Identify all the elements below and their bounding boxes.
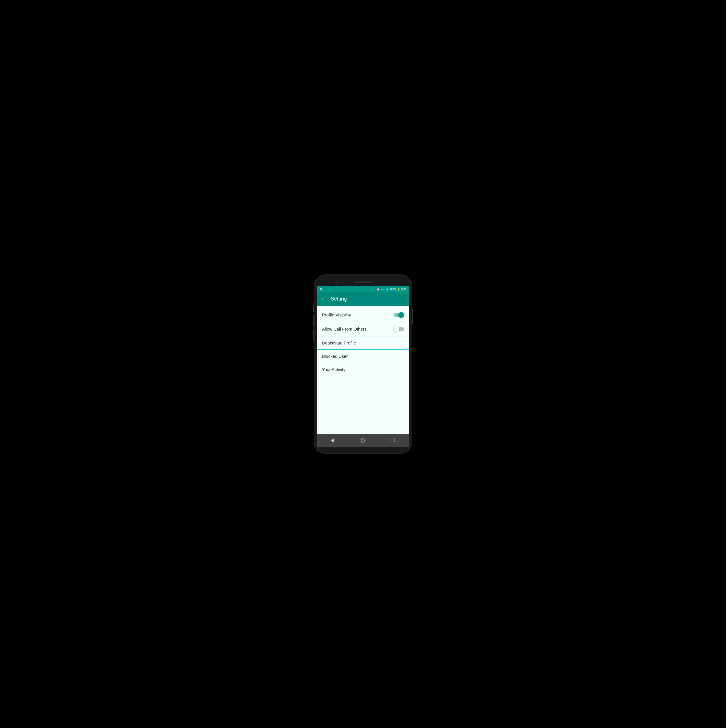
camera-dot [335,281,337,283]
status-right-icons: ⏰ ▾ ↑↓ ▲ 100% 🔋 5:09 [377,288,406,291]
phone-device: ⏰ ▾ ↑↓ ▲ 100% 🔋 5:09 ← Setting Profile V… [314,274,412,454]
phone-screen: ⏰ ▾ ↑↓ ▲ 100% 🔋 5:09 ← Setting Profile V… [317,286,409,447]
toggle-thumb-off [394,326,400,332]
settings-list: Profile Visibility Allow Call From Other… [317,306,409,378]
allow-call-label: Allow Call From Others [322,327,366,332]
nav-back-button[interactable] [329,436,336,445]
settings-item-your-activity[interactable]: Your Activity [317,363,409,376]
settings-item-blocked-user[interactable]: Blocked User [317,350,409,363]
settings-item-deactivate[interactable]: Deactivate Profile [317,336,409,350]
your-activity-label: Your Activity [322,367,345,372]
battery-percent: 100% [390,288,396,291]
signal-icon: ↑↓ [383,288,386,291]
bottom-nav [317,434,409,447]
nav-home-button[interactable] [358,436,367,445]
clock: 5:09 [401,288,406,291]
deactivate-label: Deactivate Profile [322,340,356,345]
signal-bars-icon: ▲ [386,288,389,291]
settings-item-allow-call[interactable]: Allow Call From Others [317,322,409,336]
alarm-icon: ⏰ [377,288,380,291]
home-circle-icon [361,439,365,442]
back-button[interactable]: ← [321,296,326,302]
notification-dot [320,288,322,291]
app-bar-title: Setting [331,296,347,302]
power-button [412,309,413,324]
profile-visibility-label: Profile Visibility [322,312,351,317]
nav-recents-button[interactable] [389,436,397,445]
recents-square-icon [392,439,395,442]
volume-down-button [313,329,314,341]
status-left-icons [320,288,322,291]
settings-content: Profile Visibility Allow Call From Other… [317,306,409,434]
back-triangle-icon [331,439,334,442]
volume-silent-button [313,303,314,312]
blocked-user-label: Blocked User [322,354,348,359]
battery-icon: 🔋 [397,288,400,291]
phone-top-bar [317,278,409,286]
app-bar: ← Setting [317,292,409,306]
toggle-thumb-on [398,312,404,318]
volume-up-button [313,315,314,327]
wifi-icon: ▾ [381,288,382,291]
settings-item-profile-visibility[interactable]: Profile Visibility [317,308,409,322]
speaker-grille [354,281,372,283]
allow-call-toggle[interactable] [394,326,404,332]
profile-visibility-toggle[interactable] [394,312,404,318]
status-bar: ⏰ ▾ ↑↓ ▲ 100% 🔋 5:09 [317,286,409,292]
